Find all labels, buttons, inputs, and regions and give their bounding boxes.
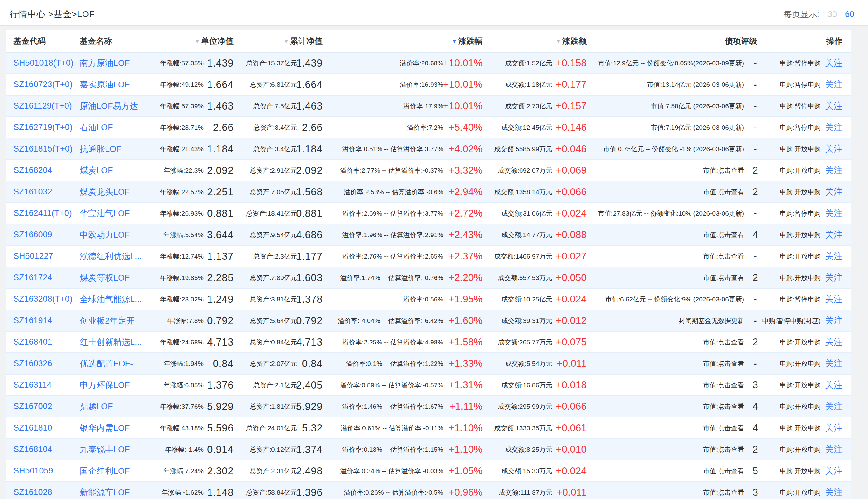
follow-link[interactable]: 关注 bbox=[825, 100, 851, 112]
fund-code-link[interactable]: SZ160723(T+0) bbox=[13, 80, 73, 89]
fund-code-link[interactable]: SZ168104 bbox=[13, 445, 52, 454]
fund-code-link[interactable]: SZ166009 bbox=[13, 230, 52, 240]
fund-code-link[interactable]: SZ167002 bbox=[13, 402, 52, 411]
fund-name-link[interactable]: 鼎越LOF bbox=[80, 401, 113, 412]
follow-link[interactable]: 关注 bbox=[825, 186, 851, 198]
sort-desc-icon[interactable]: ▼ bbox=[283, 39, 289, 44]
market-value-link[interactable]: 市值:点击查看 bbox=[703, 338, 744, 346]
breadcrumb[interactable]: 行情中心 >基金>LOF bbox=[9, 9, 95, 20]
fund-code-link[interactable]: SZ161032 bbox=[13, 187, 52, 197]
market-value-link[interactable]: 市值:点击查看 bbox=[703, 359, 744, 368]
fund-code-link[interactable]: SZ161724 bbox=[13, 273, 52, 282]
page-size-option-30[interactable]: 30 bbox=[828, 10, 837, 19]
premium-rate-text: 溢价率:7.2% bbox=[407, 123, 443, 132]
follow-link[interactable]: 关注 bbox=[825, 422, 851, 434]
market-value-link[interactable]: 市值:点击查看 bbox=[703, 488, 744, 497]
follow-link[interactable]: 关注 bbox=[825, 358, 851, 369]
market-value-link[interactable]: 市值:点击查看 bbox=[703, 381, 744, 389]
fund-name-link[interactable]: 嘉实原油LOF bbox=[80, 79, 130, 90]
turnover-text: 成交额:265.77万元 bbox=[498, 338, 552, 346]
sort-desc-icon-active[interactable]: ▼ bbox=[451, 39, 457, 44]
fund-name-link[interactable]: 煤炭等权LOF bbox=[80, 272, 130, 283]
fund-code-link[interactable]: SH501059 bbox=[13, 466, 53, 476]
follow-link[interactable]: 关注 bbox=[825, 487, 851, 498]
header-change-amount[interactable]: ▼ 涨跌额 bbox=[483, 36, 586, 47]
follow-link[interactable]: 关注 bbox=[825, 165, 851, 177]
follow-link[interactable]: 关注 bbox=[825, 272, 851, 284]
fund-code-link[interactable]: SZ162411(T+0) bbox=[13, 208, 72, 218]
total-assets-text: 总资产:2.1亿元 bbox=[253, 381, 297, 389]
fund-name-link[interactable]: 中欧动力LOF bbox=[80, 229, 130, 241]
fund-code-link[interactable]: SZ161914 bbox=[13, 316, 52, 325]
change-percent-value: +1.31% bbox=[449, 379, 483, 391]
fund-code-link[interactable]: SZ161815(T+0) bbox=[13, 144, 73, 154]
follow-link[interactable]: 关注 bbox=[825, 401, 851, 413]
fund-name-link[interactable]: 煤炭LOF bbox=[80, 165, 113, 176]
follow-link[interactable]: 关注 bbox=[825, 57, 851, 69]
fund-code-link[interactable]: SH501018(T+0) bbox=[13, 58, 73, 68]
fund-code-link[interactable]: SH501227 bbox=[13, 251, 53, 261]
header-change-percent[interactable]: ▼ 涨跌幅 bbox=[323, 36, 483, 47]
fund-name-link[interactable]: 煤炭龙头LOF bbox=[80, 186, 130, 197]
fund-code-link[interactable]: SZ168401 bbox=[13, 337, 52, 347]
fund-name-link[interactable]: 银华内需LOF bbox=[80, 423, 130, 434]
fund-name-link[interactable]: 红土创新精选L... bbox=[80, 337, 142, 348]
fund-code-link[interactable]: SZ161028 bbox=[13, 487, 52, 497]
follow-link[interactable]: 关注 bbox=[825, 293, 851, 305]
table-row: SZ160723(T+0) 嘉实原油LOF 年涨幅:49.12% 1.664 总… bbox=[5, 74, 851, 96]
sort-desc-icon[interactable]: ▼ bbox=[194, 39, 201, 44]
fund-name-link[interactable]: 南方原油LOF bbox=[80, 58, 130, 69]
fund-name-link[interactable]: 申万环保LOF bbox=[80, 379, 130, 391]
turnover-text: 成交额:557.53万元 bbox=[498, 273, 552, 282]
market-value-link[interactable]: 市值:点击查看 bbox=[703, 166, 744, 175]
follow-link[interactable]: 关注 bbox=[825, 229, 851, 241]
fund-name-link[interactable]: 华宝油气LOF bbox=[80, 208, 130, 219]
subscription-status-text: 申购:暂停申购 bbox=[780, 80, 821, 89]
follow-link[interactable]: 关注 bbox=[825, 465, 851, 477]
subscription-status-text: 申购:开放申购 bbox=[780, 445, 821, 454]
header-cumulative-nav[interactable]: ▼ 累计净值 bbox=[234, 36, 323, 47]
follow-link[interactable]: 关注 bbox=[825, 443, 851, 455]
change-amount-value: +0.011 bbox=[557, 487, 586, 498]
page-size-option-60[interactable]: 60 bbox=[845, 10, 854, 19]
fund-name-link[interactable]: 优选配置FOF-... bbox=[80, 358, 140, 369]
fund-code-link[interactable]: SZ168204 bbox=[13, 166, 52, 175]
market-value-link[interactable]: 市值:点击查看 bbox=[703, 187, 744, 196]
market-value-link[interactable]: 市值:点击查看 bbox=[703, 252, 744, 261]
market-value-link[interactable]: 市值:点击查看 bbox=[703, 231, 744, 239]
market-value-link[interactable]: 市值:点击查看 bbox=[703, 402, 744, 411]
fund-name-link[interactable]: 泓德红利优选L... bbox=[80, 251, 142, 262]
fund-name-link[interactable]: 国企红利LOF bbox=[80, 465, 130, 477]
follow-link[interactable]: 关注 bbox=[825, 379, 851, 391]
fund-name-link[interactable]: 全球油气能源L... bbox=[80, 294, 142, 305]
fund-name-link[interactable]: 九泰锐丰LOF bbox=[80, 444, 130, 455]
fund-name-link[interactable]: 新能源车LOF bbox=[80, 487, 130, 498]
fund-name-link[interactable]: 抗通胀LOF bbox=[80, 143, 121, 155]
market-value-link[interactable]: 市值:点击查看 bbox=[703, 273, 744, 282]
fund-code-link[interactable]: SZ162719(T+0) bbox=[13, 123, 73, 132]
follow-link[interactable]: 关注 bbox=[825, 143, 851, 155]
follow-link[interactable]: 关注 bbox=[825, 315, 851, 327]
change-amount-value: +0.066 bbox=[556, 186, 586, 197]
total-assets-text: 总资产:5.64亿元 bbox=[250, 316, 297, 325]
header-unit-nav[interactable]: ▼ 单位净值 bbox=[151, 36, 234, 47]
fund-name-link[interactable]: 石油LOF bbox=[80, 122, 113, 133]
follow-link[interactable]: 关注 bbox=[825, 122, 851, 133]
fund-code-link[interactable]: SZ161129(T+0) bbox=[13, 101, 72, 111]
follow-link[interactable]: 关注 bbox=[825, 207, 851, 219]
market-value-link[interactable]: 市值:点击查看 bbox=[703, 424, 744, 433]
fund-code-link[interactable]: SZ160326 bbox=[13, 359, 52, 368]
fund-code-link[interactable]: SZ163114 bbox=[13, 380, 52, 390]
fund-code-link[interactable]: SZ163208(T+0) bbox=[13, 294, 73, 304]
change-amount-value: +0.066 bbox=[556, 401, 586, 412]
market-value-link[interactable]: 市值:点击查看 bbox=[703, 467, 744, 475]
follow-link[interactable]: 关注 bbox=[825, 251, 851, 262]
sort-desc-icon[interactable]: ▼ bbox=[555, 39, 562, 44]
fund-name-link[interactable]: 创业板2年定开 bbox=[80, 315, 135, 326]
market-value-link[interactable]: 市值:点击查看 bbox=[703, 445, 744, 454]
follow-link[interactable]: 关注 bbox=[825, 336, 851, 348]
subscription-status-text: 申购:暂停申购 bbox=[780, 209, 821, 218]
follow-link[interactable]: 关注 bbox=[825, 79, 851, 90]
fund-code-link[interactable]: SZ161810 bbox=[13, 423, 52, 433]
fund-name-link[interactable]: 原油LOF易方达 bbox=[80, 100, 138, 112]
